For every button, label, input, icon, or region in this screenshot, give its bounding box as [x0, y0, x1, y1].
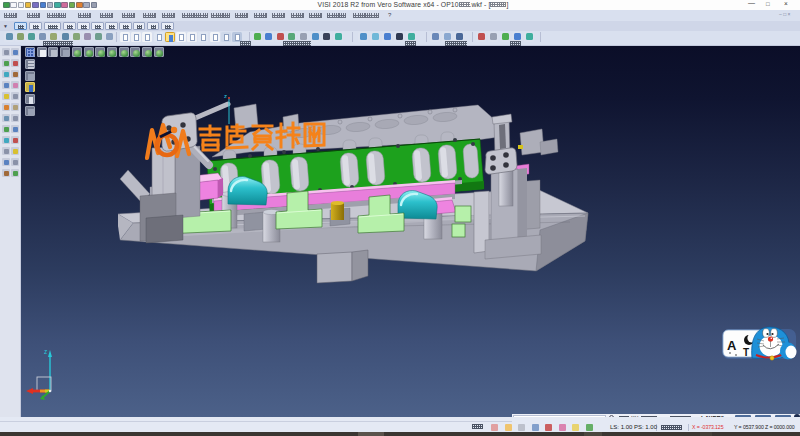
svg-text:A: A — [727, 338, 737, 353]
svg-text:T: T — [743, 347, 749, 358]
svg-text:z: z — [224, 93, 227, 99]
svg-text:z: z — [44, 348, 47, 355]
